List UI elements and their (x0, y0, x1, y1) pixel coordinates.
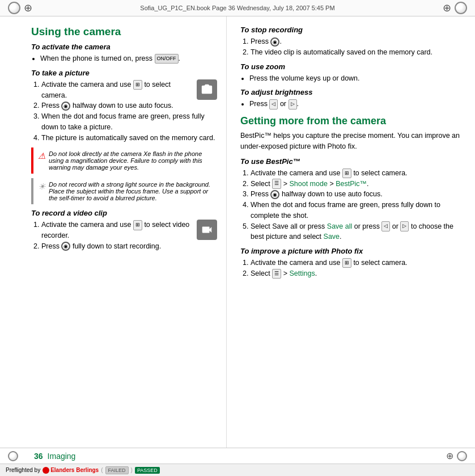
failed-badge: FAILED (105, 466, 129, 474)
nav-icon-1: ⊞ (133, 80, 142, 90)
activate-bullet: When the phone is turned on, press ON/OF… (40, 53, 217, 64)
picture-step-4: The picture is automatically saved on th… (41, 133, 217, 144)
nav-icon-4: ⊞ (342, 258, 351, 268)
save-green: Save (324, 233, 340, 241)
arrow-left-icon: ◁ (381, 221, 390, 231)
picture-step-3: When the dot and focus frame are green, … (41, 111, 217, 133)
settings-green: Settings (289, 269, 315, 277)
zoom-bullet: Press the volume keys up or down. (249, 73, 464, 84)
menu-icon: ☰ (272, 179, 281, 189)
preflighted-bar: Preflighted by Elanders Berlings ( FAILE… (0, 464, 475, 476)
menu-icon-2: ☰ (272, 269, 281, 279)
passed-badge: PASSED (135, 467, 160, 474)
bestpic-step-4: When the dot and focus frame are green, … (251, 200, 464, 221)
bestpic-green: BestPic™ (336, 180, 367, 188)
stop-icon: ◉ (270, 37, 279, 47)
arrow-right-icon: ▷ (400, 221, 409, 231)
shutter-icon-2: ◉ (61, 242, 70, 251)
brightness-title: To adjust brightness (240, 88, 464, 96)
nav-icon-3: ⊞ (342, 169, 351, 179)
header-bar: ⊕ Sofia_UG_P1C_EN.book Page 36 Wednesday… (0, 0, 475, 16)
left-column: Using the camera To activate the camera … (0, 16, 227, 458)
elanders-name: Elanders Berlings (50, 467, 99, 473)
bestpic-step-3: Press ◉ halfway down to use auto focus. (251, 189, 464, 200)
record-title: To record a video clip (31, 209, 217, 217)
picture-title: To take a picture (31, 69, 217, 77)
stop-step-1: Press ◉. (251, 36, 464, 47)
header-circle-right (455, 2, 467, 14)
photofix-title: To improve a picture with Photo fix (240, 247, 464, 255)
footer-crosshair-right: ⊕ (446, 450, 453, 461)
info-text: Do not record with a strong light source… (49, 181, 213, 201)
footer-circle-left (8, 451, 18, 461)
section-title-camera: Using the camera (31, 26, 217, 38)
shoot-mode-text: Shoot mode (289, 180, 327, 188)
picture-step-1: Activate the camera and use ⊞ to select … (41, 79, 217, 101)
preflighted-label: Preflighted by (6, 467, 40, 473)
warning-icon: ⚠ (38, 151, 45, 161)
brightness-icon-right: ▷ (289, 99, 297, 109)
shutter-icon-1: ◉ (61, 102, 70, 111)
nav-icon-2: ⊞ (133, 220, 142, 230)
book-info: Sofia_UG_P1C_EN.book Page 36 Wednesday, … (140, 5, 334, 11)
brightness-icon-left: ◁ (269, 99, 278, 109)
header-crosshair-left: ⊕ (24, 3, 32, 13)
right-column: To stop recording Press ◉. The video cli… (227, 16, 475, 458)
photofix-step-1: Activate the camera and use ⊞ to select … (251, 258, 464, 268)
info-icon: ☀ (38, 182, 45, 192)
footer-bar: 36 Imaging ⊕ (0, 448, 475, 464)
bestpic-step-5: Select Save all or press Save all or pre… (251, 221, 464, 243)
bestpic-step-1: Activate the camera and use ⊞ to select … (251, 168, 464, 179)
activate-title: To activate the camera (31, 43, 217, 51)
separator2: ) (131, 467, 133, 473)
section-label: Imaging (48, 452, 76, 461)
shutter-icon-3: ◉ (270, 190, 279, 199)
picture-step-2: Press ◉ halfway down to use auto focus. (41, 100, 217, 111)
camera-icon-1 (197, 79, 217, 100)
content-area: Using the camera To activate the camera … (0, 16, 475, 458)
save-all-text: Save all (327, 222, 352, 230)
record-step-1: Activate the camera and use ⊞ to select … (41, 220, 217, 241)
bestpic-title: To use BestPic™ (240, 157, 464, 166)
section-title-more: Getting more from the camera (240, 115, 464, 127)
record-step-2: Press ◉ fully down to start recording. (41, 241, 217, 252)
section2-intro: BestPic™ helps you capture the precise m… (240, 130, 464, 153)
header-crosshair-right: ⊕ (443, 3, 451, 13)
stop-title: To stop recording (240, 26, 464, 34)
elanders-icon: Elanders Berlings (43, 467, 99, 474)
bestpic-step-2: Select ☰ > Shoot mode > BestPic™. (251, 179, 464, 189)
photofix-step-2: Select ☰ > Settings. (251, 268, 464, 279)
page-number: 36 (23, 452, 43, 461)
info-box: ☀ Do not record with a strong light sour… (31, 178, 217, 204)
warning-box: ⚠ Do not look directly at the camera Xe … (31, 148, 217, 174)
camera-icon-2 (197, 220, 217, 240)
onoff-icon: ON/OFF (155, 54, 179, 64)
separator: ( (101, 467, 103, 473)
zoom-title: To use zoom (240, 62, 464, 71)
brightness-bullet: Press ◁ or ▷. (249, 99, 464, 109)
stop-step-2: The video clip is automatically saved on… (251, 47, 464, 58)
footer-circle-right (457, 451, 467, 461)
warning-text: Do not look directly at the camera Xe fl… (49, 150, 213, 171)
header-circle-left (8, 2, 20, 14)
